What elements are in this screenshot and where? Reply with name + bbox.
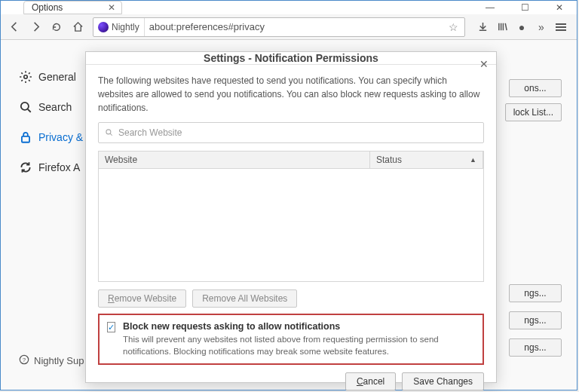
support-link[interactable]: ? Nightly Sup <box>19 354 84 367</box>
identity-label: Nightly <box>112 22 139 32</box>
remove-all-websites-button[interactable]: Remove All Websites <box>192 289 297 308</box>
preferences-page: General Search Privacy & Firefox A <box>1 40 577 390</box>
sync-icon <box>19 161 32 174</box>
back-button[interactable] <box>5 18 23 36</box>
cancel-button[interactable]: Cancel <box>345 372 396 390</box>
dialog-footer: Cancel Save Changes <box>86 365 496 392</box>
hamburger-icon <box>556 22 566 32</box>
notification-permissions-dialog: Settings - Notification Permissions ✕ Th… <box>85 51 497 383</box>
remove-buttons-row: Remove Website Remove All Websites <box>98 289 484 308</box>
sort-arrow-icon: ▲ <box>470 156 476 164</box>
dialog-body: The following websites have requested to… <box>86 65 496 365</box>
reload-button[interactable] <box>47 18 66 36</box>
maximize-button[interactable]: ☐ <box>507 1 542 14</box>
menu-button[interactable] <box>553 19 569 35</box>
downloads-icon[interactable] <box>474 19 491 35</box>
dialog-close-icon[interactable]: ✕ <box>479 58 489 70</box>
search-icon <box>105 128 114 137</box>
dialog-header: Settings - Notification Permissions ✕ <box>86 52 496 65</box>
minimize-button[interactable]: — <box>473 1 507 14</box>
block-text: Block new requests asking to allow notif… <box>123 321 475 357</box>
svg-point-5 <box>106 130 111 134</box>
block-title: Block new requests asking to allow notif… <box>123 321 475 332</box>
library-icon[interactable] <box>494 19 510 35</box>
home-button[interactable] <box>69 18 87 36</box>
tab-label: Options <box>32 2 63 13</box>
permissions-table-header: Website Status ▲ <box>98 151 484 169</box>
url-text[interactable]: about:preferences#privacy <box>145 21 443 32</box>
svg-rect-2 <box>22 136 29 142</box>
sidebar-item-label: Search <box>38 101 72 113</box>
remove-website-button[interactable]: Remove Website <box>98 289 186 308</box>
svg-text:?: ? <box>23 357 26 363</box>
search-website-input[interactable]: Search Website <box>98 122 484 143</box>
forward-button[interactable] <box>26 18 44 36</box>
svg-point-1 <box>21 103 29 110</box>
sidebar-item-label: General <box>38 71 76 83</box>
permissions-table-body[interactable] <box>98 169 484 282</box>
url-bar[interactable]: Nightly about:preferences#privacy ☆ <box>93 17 465 37</box>
save-changes-button[interactable]: Save Changes <box>402 372 484 390</box>
dialog-description: The following websites have requested to… <box>98 74 484 115</box>
sidebar-item-label: Privacy & <box>38 131 83 143</box>
sidebar-item-label: Firefox A <box>38 161 80 173</box>
column-website[interactable]: Website <box>99 152 370 168</box>
sidebar-item-search[interactable]: Search <box>19 100 94 114</box>
gear-icon <box>19 70 32 84</box>
browser-window: Options ✕ — ☐ ✕ Nightly about:preference… <box>0 0 577 390</box>
identity-box[interactable]: Nightly <box>93 18 145 36</box>
overflow-icon[interactable]: » <box>533 19 550 35</box>
bookmark-star-icon[interactable]: ☆ <box>443 21 464 33</box>
block-new-requests-box: ✓ Block new requests asking to allow not… <box>98 314 484 365</box>
exceptions-button[interactable]: ons... <box>509 79 562 97</box>
sidebar-item-account[interactable]: Firefox A <box>19 161 94 174</box>
search-placeholder: Search Website <box>118 127 182 138</box>
settings-button-1[interactable]: ngs... <box>509 284 562 302</box>
blocklist-button[interactable]: lock List... <box>505 103 562 121</box>
dialog-title: Settings - Notification Permissions <box>204 52 378 64</box>
magnifier-icon <box>19 100 32 114</box>
pocket-icon[interactable]: ● <box>513 19 530 35</box>
question-icon: ? <box>19 354 29 367</box>
close-button[interactable]: ✕ <box>542 1 577 14</box>
window-controls: — ☐ ✕ <box>473 1 577 14</box>
support-label: Nightly Sup <box>34 355 84 366</box>
sidebar-item-privacy[interactable]: Privacy & <box>19 130 94 144</box>
lock-icon <box>19 130 32 144</box>
category-sidebar: General Search Privacy & Firefox A <box>19 70 94 174</box>
settings-button-2[interactable]: ngs... <box>509 311 562 329</box>
nav-toolbar: Nightly about:preferences#privacy ☆ ● » <box>1 14 577 40</box>
block-checkbox[interactable]: ✓ <box>107 322 115 332</box>
nightly-icon <box>98 22 109 32</box>
titlebar: Options ✕ — ☐ ✕ <box>1 1 577 14</box>
tab-options[interactable]: Options ✕ <box>23 1 122 14</box>
column-status[interactable]: Status ▲ <box>370 152 483 168</box>
tab-close-icon[interactable]: ✕ <box>108 2 115 13</box>
block-description: This will prevent any websites not liste… <box>123 333 475 357</box>
sidebar-item-general[interactable]: General <box>19 70 94 84</box>
settings-button-3[interactable]: ngs... <box>509 338 562 357</box>
toolbar-actions: ● » <box>471 19 572 35</box>
svg-point-0 <box>24 75 28 79</box>
